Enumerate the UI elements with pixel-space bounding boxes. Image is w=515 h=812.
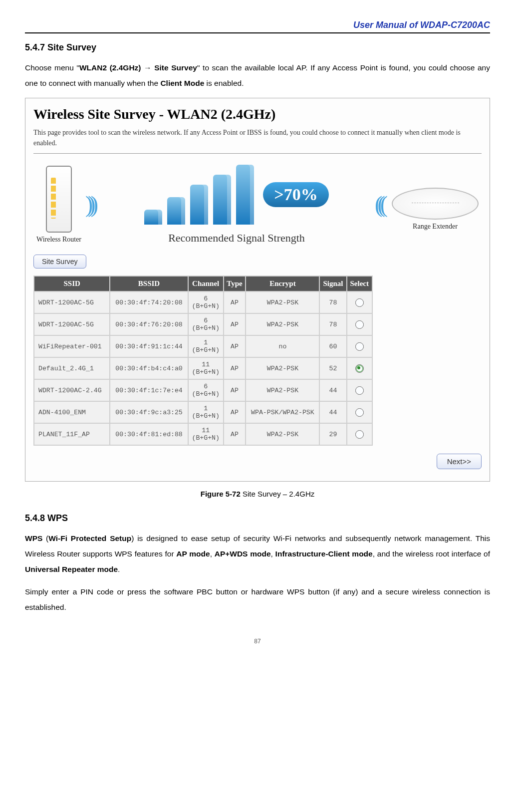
cell: AP [224,423,246,445]
table-row: WDRT-1200AC-5G00:30:4f:76:20:086(B+G+N)A… [34,313,372,335]
t: , and the wireless root interface of [373,549,490,558]
header-rule [25,32,490,33]
panel-divider [33,153,482,154]
column-header: SSID [34,276,110,291]
signal-waves-left-icon: ))) [380,193,388,216]
panel-description: This page provides tool to scan the wire… [33,127,482,148]
cell: WDRT-1200AC-5G [34,313,110,335]
cell: no [246,335,319,357]
column-header: Type [224,276,246,291]
table-row: WDRT-1200AC-2.4G00:30:4f:1c:7e:e46(B+G+N… [34,379,372,401]
select-cell [347,357,372,379]
cell: 00:30:4f:b4:c4:a0 [110,357,188,379]
wps-paragraph-1: WPS (Wi-Fi Protected Setup) is designed … [25,531,490,577]
wps-abbr: WPS [25,534,42,542]
cell: AP [224,291,246,313]
page-number: 87 [25,638,490,645]
site-survey-panel: Wireless Site Survey - WLAN2 (2.4GHz) Th… [25,98,490,482]
select-cell [347,379,372,401]
column-header: Signal [319,276,346,291]
select-radio[interactable] [355,342,364,351]
cell: WPA-PSK/WPA2-PSK [246,401,319,423]
cell: AP [224,401,246,423]
cell: PLANET_11F_AP [34,423,110,445]
cell: 6(B+G+N) [188,313,224,335]
extender-caption: Range Extender [392,223,479,231]
panel-title: Wireless Site Survey - WLAN2 (2.4GHz) [33,106,482,122]
menu-path: WLAN2 (2.4GHz) → Site Survey [79,63,197,72]
wireless-router-figure: Wireless Router [36,166,81,244]
select-radio[interactable] [355,298,364,307]
mode-infra-client: Infrastructure-Client mode [275,549,373,558]
mode-ap: AP mode [176,549,210,558]
cell: WPA2-PSK [246,357,319,379]
router-icon [46,166,72,233]
figure-text: Site Survey – 2.4GHz [241,490,314,498]
section-5-4-7-intro: Choose menu "WLAN2 (2.4GHz) → Site Surve… [25,60,490,91]
cell: 60 [319,335,346,357]
select-radio[interactable] [355,408,364,417]
range-extender-icon [392,188,479,220]
cell: 00:30:4f:81:ed:88 [110,423,188,445]
figure-label: Figure 5-72 [201,490,241,498]
cell: 1(B+G+N) [188,401,224,423]
cell: AP [224,379,246,401]
select-cell [347,401,372,423]
cell: 00:30:4f:74:20:08 [110,291,188,313]
cell: WiFiRepeater-001 [34,335,110,357]
cell: 78 [319,313,346,335]
cell: 11(B+G+N) [188,357,224,379]
cell: WPA2-PSK [246,313,319,335]
cell: AP [224,313,246,335]
signal-waves-right-icon: ))) [85,193,93,216]
column-header: Select [347,276,372,291]
table-row: WiFiRepeater-00100:30:4f:91:1c:441(B+G+N… [34,335,372,357]
wps-paragraph-2: Simply enter a PIN code or press the sof… [25,584,490,615]
signal-strength-caption: Recommended Signal Strength [97,232,376,245]
table-row: PLANET_11F_AP00:30:4f:81:ed:8811(B+G+N)A… [34,423,372,445]
cell: AP [224,357,246,379]
cell: WPA2-PSK [246,379,319,401]
cell: Default_2.4G_1 [34,357,110,379]
column-header: BSSID [110,276,188,291]
table-row: Default_2.4G_100:30:4f:b4:c4:a011(B+G+N)… [34,357,372,379]
cell: 00:30:4f:9c:a3:25 [110,401,188,423]
select-radio[interactable] [355,386,364,395]
table-row: WDRT-1200AC-5G00:30:4f:74:20:086(B+G+N)A… [34,291,372,313]
site-survey-button[interactable]: Site Survey [33,255,86,269]
cell: ADN-4100_ENM [34,401,110,423]
signal-diagram: Wireless Router ))) >70% Recommended Sig… [33,163,482,247]
cell: 78 [319,291,346,313]
select-radio[interactable] [355,430,364,439]
next-button[interactable]: Next>> [437,454,482,469]
cell: 11(B+G+N) [188,423,224,445]
access-point-table: SSIDBSSIDChannelTypeEncryptSignalSelect … [33,275,373,446]
cell: 00:30:4f:1c:7e:e4 [110,379,188,401]
cell: WPA2-PSK [246,291,319,313]
intro-pre: Choose menu " [25,63,79,72]
cell: AP [224,335,246,357]
cell: 52 [319,357,346,379]
cell: 44 [319,379,346,401]
router-caption: Wireless Router [36,236,81,244]
signal-percent-badge: >70% [263,182,328,207]
section-5-4-8-heading: 5.4.8 WPS [25,513,490,524]
select-cell [347,423,372,445]
wps-full: Wi-Fi Protected Setup [48,534,131,542]
mode-universal-repeater: Universal Repeater mode [25,565,118,573]
document-header: User Manual of WDAP-C7200AC [25,20,490,32]
select-radio[interactable] [355,320,364,329]
cell: 00:30:4f:76:20:08 [110,313,188,335]
select-cell [347,313,372,335]
client-mode-term: Client Mode [160,79,204,87]
cell: 44 [319,401,346,423]
t: ( [42,534,48,542]
range-extender-figure: Range Extender [392,179,479,231]
cell: 1(B+G+N) [188,335,224,357]
cell: 00:30:4f:91:1c:44 [110,335,188,357]
select-radio[interactable] [355,364,364,373]
cell: WPA2-PSK [246,423,319,445]
t: . [118,565,120,573]
table-row: ADN-4100_ENM00:30:4f:9c:a3:251(B+G+N)APW… [34,401,372,423]
column-header: Encrypt [246,276,319,291]
